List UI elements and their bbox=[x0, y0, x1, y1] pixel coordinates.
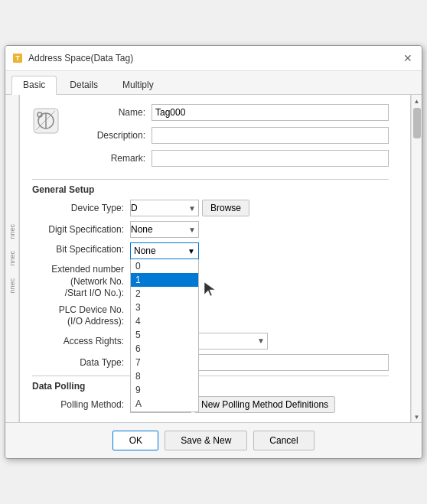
extended-label-line1: Extended number bbox=[51, 264, 124, 275]
data-polling-title: Data Polling bbox=[32, 381, 85, 392]
tab-basic[interactable]: Basic bbox=[11, 76, 57, 95]
bit-spec-option-3[interactable]: 3 bbox=[131, 301, 198, 314]
close-button[interactable]: ✕ bbox=[400, 50, 416, 66]
bit-spec-value: None bbox=[134, 245, 156, 256]
general-setup-title: General Setup bbox=[32, 179, 389, 195]
sidebar-label-1: nnec bbox=[8, 224, 16, 239]
titlebar: T Address Space(Data Tag) ✕ bbox=[5, 46, 422, 71]
name-label: Name: bbox=[67, 107, 152, 118]
titlebar-title: Address Space(Data Tag) bbox=[28, 53, 133, 63]
main-window: T Address Space(Data Tag) ✕ Basic Detail… bbox=[5, 45, 422, 459]
footer-bar: OK Save & New Cancel bbox=[5, 422, 422, 458]
bit-spec-dropdown-container: None ▼ 0 1 2 3 4 5 6 7 8 9 A bbox=[130, 242, 199, 259]
bit-spec-option-4[interactable]: 4 bbox=[131, 314, 198, 328]
plc-label-line2: (I/O Address): bbox=[67, 316, 124, 327]
sidebar-label-2: nnec bbox=[8, 251, 16, 266]
device-type-wrapper: D ▼ bbox=[130, 200, 199, 216]
access-rights-label: Access Rights: bbox=[32, 336, 130, 346]
digit-spec-select[interactable]: None bbox=[130, 221, 199, 238]
bit-spec-option-b[interactable]: B bbox=[131, 411, 198, 412]
data-type-row: Data Type: bbox=[32, 354, 389, 371]
tab-multiply[interactable]: Multiply bbox=[111, 76, 165, 94]
bit-spec-option-8[interactable]: 8 bbox=[131, 369, 198, 383]
extended-label-line2: (Network No. bbox=[70, 276, 124, 287]
bit-spec-option-7[interactable]: 7 bbox=[131, 356, 198, 369]
digit-spec-label: Digit Specification: bbox=[32, 224, 130, 235]
plc-row: PLC Device No. (I/O Address): bbox=[32, 304, 389, 328]
tab-basic-content: Name: Description: Remark: General Setup bbox=[19, 95, 411, 422]
ok-button[interactable]: OK bbox=[112, 431, 158, 450]
sidebar-label-3: nnec bbox=[8, 278, 16, 294]
device-type-select[interactable]: D bbox=[130, 200, 199, 216]
titlebar-left: T Address Space(Data Tag) bbox=[11, 52, 133, 64]
remark-input[interactable] bbox=[152, 150, 389, 167]
tab-details[interactable]: Details bbox=[58, 76, 109, 94]
bit-spec-option-6[interactable]: 6 bbox=[131, 342, 198, 356]
bit-spec-option-a[interactable]: A bbox=[131, 397, 198, 411]
remark-row: Remark: bbox=[67, 150, 389, 167]
device-type-label: Device Type: bbox=[32, 203, 130, 213]
description-input[interactable] bbox=[152, 127, 389, 144]
data-type-label: Data Type: bbox=[32, 357, 130, 368]
name-area: Name: Description: Remark: bbox=[32, 104, 389, 173]
bit-spec-select[interactable]: None ▼ bbox=[130, 242, 199, 259]
digit-spec-wrapper: None ▼ bbox=[130, 221, 199, 238]
polling-method-row: Polling Method: 100ms 200ms 500ms 1000ms… bbox=[32, 396, 389, 413]
bit-spec-option-2[interactable]: 2 bbox=[131, 287, 198, 301]
access-rights-row: Access Rights: ▼ bbox=[32, 333, 389, 350]
description-label: Description: bbox=[67, 130, 152, 141]
svg-text:T: T bbox=[15, 54, 20, 62]
tag-icon bbox=[32, 107, 60, 135]
window-icon: T bbox=[11, 52, 24, 64]
extended-label: Extended number (Network No. /Start I/O … bbox=[32, 264, 130, 300]
extended-label-line3: /Start I/O No.): bbox=[65, 288, 124, 298]
extended-row: Extended number (Network No. /Start I/O … bbox=[32, 264, 389, 300]
bit-spec-arrow-icon: ▼ bbox=[187, 247, 195, 255]
plc-label-line1: PLC Device No. bbox=[59, 304, 124, 315]
browse-button[interactable]: Browse bbox=[202, 200, 249, 216]
name-row: Name: bbox=[67, 104, 389, 121]
device-type-row: Device Type: D ▼ Browse bbox=[32, 200, 389, 216]
bit-spec-dropdown-list: 0 1 2 3 4 5 6 7 8 9 A B C D E bbox=[130, 259, 199, 412]
tabs-bar: Basic Details Multiply bbox=[5, 71, 422, 95]
save-new-button[interactable]: Save & New bbox=[165, 431, 247, 450]
scroll-up-icon[interactable]: ▲ bbox=[412, 96, 422, 106]
bit-spec-label: Bit Specification: bbox=[32, 242, 130, 255]
scrollbar-thumb[interactable] bbox=[413, 108, 421, 138]
data-polling-section: Data Polling Polling Method: 100ms 200ms… bbox=[32, 376, 389, 413]
new-polling-button[interactable]: New Polling Method Definitions bbox=[194, 396, 335, 413]
name-input[interactable] bbox=[152, 104, 389, 121]
bit-spec-option-9[interactable]: 9 bbox=[131, 383, 198, 397]
scrollbar[interactable]: ▲ ▼ bbox=[411, 95, 422, 422]
cancel-button[interactable]: Cancel bbox=[253, 431, 314, 450]
bit-spec-option-1[interactable]: 1 bbox=[131, 273, 198, 287]
bit-spec-option-5[interactable]: 5 bbox=[131, 328, 198, 342]
fields-area: Name: Description: Remark: bbox=[67, 104, 389, 173]
digit-spec-row: Digit Specification: None ▼ bbox=[32, 221, 389, 238]
remark-label: Remark: bbox=[67, 153, 152, 164]
bit-spec-row: Bit Specification: None ▼ 0 1 2 3 4 5 6 bbox=[32, 242, 389, 259]
plc-label: PLC Device No. (I/O Address): bbox=[32, 304, 130, 328]
scroll-down-icon[interactable]: ▼ bbox=[412, 412, 422, 422]
bit-spec-option-0[interactable]: 0 bbox=[131, 259, 198, 273]
left-sidebar: nnec nnec nnec bbox=[5, 95, 19, 422]
polling-method-label: Polling Method: bbox=[32, 399, 130, 410]
description-row: Description: bbox=[67, 127, 389, 144]
